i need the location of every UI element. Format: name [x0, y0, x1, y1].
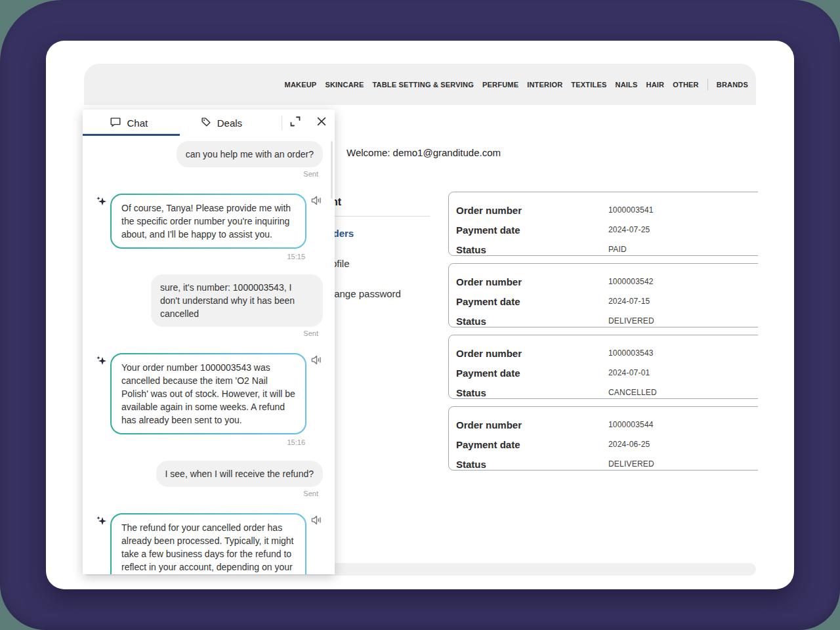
bot-message-group: Your order number 1000003543 was cancell…: [94, 353, 323, 446]
status-value: DELIVERED: [608, 316, 654, 326]
user-message-group: can you help me with an order?Sent: [94, 141, 323, 178]
tag-icon: [200, 116, 212, 130]
order-card[interactable]: Order number1000003543 Payment date2024-…: [448, 335, 758, 399]
chat-scrollbar-thumb[interactable]: [331, 141, 333, 199]
ai-sparkle-icon: [94, 354, 108, 370]
payment-date-label: Payment date: [456, 439, 608, 450]
order-card[interactable]: Order number1000003541 Payment date2024-…: [448, 192, 758, 256]
message-sent-status: Sent: [303, 170, 318, 178]
nav-item-skincare[interactable]: SKINCARE: [325, 81, 364, 89]
bot-message-row: Your order number 1000003543 was cancell…: [94, 353, 323, 434]
payment-date-label: Payment date: [456, 224, 608, 236]
tab-deals[interactable]: Deals: [175, 110, 268, 136]
ai-sparkle-icon: [94, 195, 108, 211]
order-number-value: 1000003543: [608, 348, 654, 358]
user-message-bubble: sure, it's number: 1000003543, I don't u…: [151, 274, 323, 327]
tab-chat[interactable]: Chat: [83, 110, 175, 136]
status-label: Status: [456, 459, 608, 470]
tab-deals-label: Deals: [217, 117, 242, 129]
ai-sparkle-icon: [94, 514, 108, 530]
order-number-label: Order number: [456, 348, 608, 359]
payment-date-value: 2024-07-01: [608, 368, 650, 377]
order-number-label: Order number: [456, 276, 608, 287]
bot-message-group: Of course, Tanya! Please provide me with…: [94, 194, 323, 261]
nav-item-table-setting[interactable]: TABLE SETTING & SERVING: [372, 81, 474, 89]
chat-bubble-icon: [110, 116, 121, 130]
speaker-icon[interactable]: [310, 195, 323, 209]
order-card[interactable]: Order number1000003542 Payment date2024-…: [448, 263, 758, 327]
nav-item-makeup[interactable]: MAKEUP: [285, 81, 317, 89]
payment-date-label: Payment date: [456, 296, 608, 307]
bot-message-group: The refund for your cancelled order has …: [94, 513, 323, 574]
payment-date-label: Payment date: [456, 368, 608, 379]
nav-item-textiles[interactable]: TEXTILES: [571, 81, 606, 89]
message-timestamp: 15:15: [94, 253, 305, 261]
order-number-label: Order number: [456, 205, 608, 216]
message-sent-status: Sent: [303, 329, 318, 337]
tab-chat-label: Chat: [127, 117, 148, 129]
nav-item-other[interactable]: OTHER: [673, 81, 699, 89]
bot-message-bubble: Of course, Tanya! Please provide me with…: [110, 194, 306, 249]
orders-list: Order number1000003541 Payment date2024-…: [448, 192, 758, 524]
chat-widget: Chat Deals can you help me with an order…: [83, 110, 335, 574]
status-label: Status: [456, 316, 608, 327]
bot-message-bubble: The refund for your cancelled order has …: [110, 513, 306, 574]
user-message-group: I see, when I will receive the refund?Se…: [94, 461, 323, 497]
nav-item-interior[interactable]: INTERIOR: [527, 81, 562, 89]
nav-item-perfume[interactable]: PERFUME: [482, 81, 518, 89]
payment-date-value: 2024-07-25: [608, 225, 650, 234]
status-label: Status: [456, 244, 608, 255]
close-chat-button[interactable]: [308, 110, 335, 136]
chat-message-list: can you help me with an order?SentOf cou…: [83, 136, 335, 574]
status-value: DELIVERED: [608, 459, 654, 469]
user-message-bubble: can you help me with an order?: [177, 141, 323, 167]
message-timestamp: 15:16: [94, 438, 305, 446]
order-number-label: Order number: [456, 419, 608, 430]
site-navbar: MAKEUP SKINCARE TABLE SETTING & SERVING …: [84, 64, 756, 105]
expand-icon: [289, 115, 302, 131]
payment-date-value: 2024-06-25: [608, 440, 650, 449]
nav-item-nails[interactable]: NAILS: [616, 81, 638, 89]
order-number-value: 1000003544: [608, 420, 654, 429]
bot-message-bubble: Your order number 1000003543 was cancell…: [110, 353, 306, 434]
nav-item-hair[interactable]: HAIR: [646, 81, 665, 89]
bot-message-row: Of course, Tanya! Please provide me with…: [94, 194, 323, 249]
bot-message-row: The refund for your cancelled order has …: [94, 513, 323, 574]
status-label: Status: [456, 387, 608, 398]
message-sent-status: Sent: [303, 490, 318, 497]
speaker-icon[interactable]: [310, 514, 323, 528]
close-icon: [316, 116, 327, 130]
order-number-value: 1000003542: [608, 277, 654, 286]
nav-item-brands[interactable]: BRANDS: [717, 81, 748, 89]
chat-widget-header: Chat Deals: [83, 110, 335, 136]
user-message-bubble: I see, when I will receive the refund?: [156, 461, 323, 487]
user-message-group: sure, it's number: 1000003543, I don't u…: [94, 274, 323, 337]
nav-divider: [707, 79, 708, 91]
order-number-value: 1000003541: [608, 205, 654, 215]
payment-date-value: 2024-07-15: [608, 297, 650, 306]
order-card[interactable]: Order number1000003544 Payment date2024-…: [448, 406, 758, 471]
expand-chat-button[interactable]: [282, 110, 308, 136]
speaker-icon[interactable]: [310, 354, 323, 368]
status-value: PAID: [608, 245, 627, 254]
status-value: CANCELLED: [608, 388, 657, 397]
welcome-email-text: Welcome: demo1@granditude.com: [346, 147, 501, 158]
